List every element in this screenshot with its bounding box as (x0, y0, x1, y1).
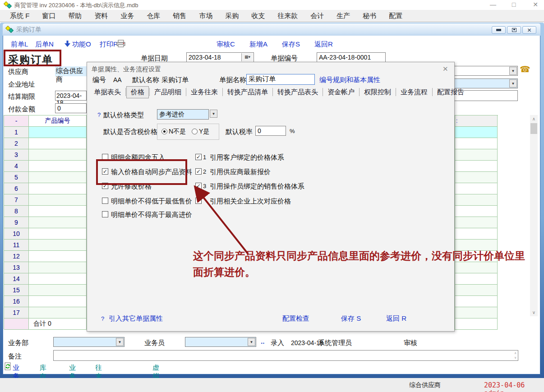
scrollbar-thumb[interactable] (530, 123, 537, 134)
product-cell-right[interactable] (455, 149, 498, 161)
doc-no-input[interactable]: AA-23-04-18-0001 (317, 52, 386, 62)
table-row-right[interactable] (455, 296, 498, 307)
help-icon[interactable]: ? (101, 315, 104, 322)
tax-rate-input[interactable]: 0 (255, 126, 286, 136)
product-table[interactable]: -产品编号1234567891011121314151617合计 0 (4, 115, 87, 329)
table-row-right[interactable] (455, 206, 498, 217)
product-cell[interactable] (29, 161, 87, 172)
table-row-right[interactable] (455, 172, 498, 183)
checkbox-icon[interactable]: ✓ (195, 168, 202, 175)
table-row[interactable]: 16 (4, 296, 87, 307)
menu-item-系统 F[interactable]: 系统 F (4, 12, 36, 20)
table-row-right[interactable] (455, 149, 498, 161)
table-row[interactable]: 1 (4, 127, 87, 138)
price-type-dropdown[interactable]: 参考进价 (157, 109, 209, 120)
product-cell[interactable] (29, 206, 87, 217)
table-row-right[interactable] (455, 228, 498, 240)
child-close-icon[interactable]: ✕ (522, 26, 536, 34)
tab-产品明细[interactable]: 产品明细 (150, 87, 185, 98)
product-cell[interactable] (29, 285, 87, 296)
radio-icon[interactable] (161, 129, 167, 134)
product-cell[interactable] (29, 217, 87, 228)
menu-item-配置[interactable]: 配置 (383, 12, 409, 20)
tab-业务流程[interactable]: 业务流程 (396, 87, 432, 98)
menu-item-销售[interactable]: 销售 (166, 12, 193, 20)
scroll-up-icon[interactable]: ∧ (530, 115, 538, 123)
save-button[interactable]: 保存S (282, 40, 300, 49)
tab-权限控制[interactable]: 权限控制 (360, 87, 395, 98)
dept-dropdown[interactable]: ▼ (53, 337, 124, 347)
table-row[interactable]: 14 (4, 273, 87, 285)
spinner-icon[interactable]: ∧∨ (514, 351, 516, 360)
product-cell[interactable] (29, 194, 87, 206)
vertical-scrollbar[interactable]: ∧ ∨ (530, 115, 538, 316)
phone-icon[interactable]: ☎ (520, 64, 530, 74)
radio-icon[interactable] (192, 129, 198, 134)
functions-button[interactable]: 功能O (72, 40, 91, 49)
close-icon[interactable]: ✕ (531, 1, 539, 8)
product-cell-right[interactable] (455, 183, 498, 194)
minimize-icon[interactable]: — (489, 1, 497, 8)
back-button[interactable]: 返回R (314, 40, 333, 49)
product-cell-right[interactable] (455, 138, 498, 149)
product-cell[interactable] (29, 228, 87, 240)
tab-资金帐户[interactable]: 资金帐户 (323, 87, 359, 98)
menu-item-秘书[interactable]: 秘书 (356, 12, 383, 20)
product-cell[interactable] (29, 172, 87, 183)
table-row[interactable]: 7 (4, 194, 87, 206)
table-row[interactable]: 2 (4, 138, 87, 149)
menu-item-往来款[interactable]: 往来款 (271, 12, 304, 20)
child-minimize-icon[interactable] (492, 26, 506, 34)
table-row[interactable]: 11 (4, 240, 87, 251)
table-row[interactable]: 15 (4, 285, 87, 296)
checkbox-icon[interactable]: ✓ (195, 154, 202, 160)
column-header-dash[interactable]: - (4, 115, 29, 127)
next-doc-button[interactable]: 后单N (35, 40, 54, 49)
menu-item-帮助[interactable]: 帮助 (62, 12, 88, 20)
checkbox-icon[interactable] (102, 211, 108, 217)
tab-配置报告[interactable]: 配置报告 (433, 87, 468, 98)
product-cell-right[interactable] (455, 307, 498, 318)
table-row-right[interactable] (455, 138, 498, 149)
tab-单据表头[interactable]: 单据表头 (90, 87, 125, 98)
doc-date-input[interactable]: 2023-04-18 ▦▾ (186, 52, 254, 62)
table-row[interactable]: 10 (4, 228, 87, 240)
product-cell[interactable] (29, 149, 87, 161)
help-icon[interactable]: ? (97, 111, 101, 118)
table-row-right[interactable] (455, 127, 498, 138)
product-cell[interactable] (29, 307, 87, 318)
product-cell[interactable] (29, 251, 87, 262)
product-table-right-strip[interactable]: : (455, 115, 498, 329)
product-cell-right[interactable] (455, 127, 498, 138)
numbering-rule-link[interactable]: 编号规则和基本属性 (319, 76, 380, 84)
menu-item-资料[interactable]: 资料 (88, 12, 114, 20)
printer-icon[interactable] (116, 40, 125, 47)
config-check-link[interactable]: 配置检查 (282, 314, 309, 323)
product-cell[interactable] (29, 273, 87, 285)
radio-included[interactable]: Y是 (192, 127, 209, 136)
tab-转换产品表头[interactable]: 转换产品表头 (273, 87, 322, 98)
table-row[interactable]: 13 (4, 262, 87, 273)
browse-button[interactable]: .. (261, 337, 264, 345)
table-row-right[interactable] (455, 217, 498, 228)
table-row-right[interactable] (455, 194, 498, 206)
menu-item-收支[interactable]: 收支 (245, 12, 271, 20)
menu-item-市场[interactable]: 市场 (193, 12, 219, 20)
maximize-icon[interactable]: □ (510, 1, 518, 8)
table-row[interactable]: 6 (4, 183, 87, 194)
checkbox-icon[interactable] (102, 198, 108, 204)
table-row[interactable]: 9 (4, 217, 87, 228)
arrow-down-icon[interactable] (65, 41, 70, 47)
doc-refresh-icon[interactable] (5, 362, 12, 370)
chevron-down-icon[interactable]: ▼ (509, 79, 517, 88)
dialog-back-link[interactable]: 返回 R (386, 314, 406, 323)
product-cell-right[interactable] (455, 285, 498, 296)
child-restore-icon[interactable] (507, 26, 521, 34)
tab-转换产品清单[interactable]: 转换产品清单 (223, 87, 272, 98)
tab-业务往来[interactable]: 业务往来 (187, 87, 222, 98)
table-row-right[interactable] (455, 307, 498, 318)
menu-item-采购[interactable]: 采购 (219, 12, 245, 20)
menu-item-仓库[interactable]: 仓库 (140, 12, 166, 20)
chevron-down-icon[interactable]: ▼ (210, 110, 217, 118)
table-row-right[interactable] (455, 183, 498, 194)
